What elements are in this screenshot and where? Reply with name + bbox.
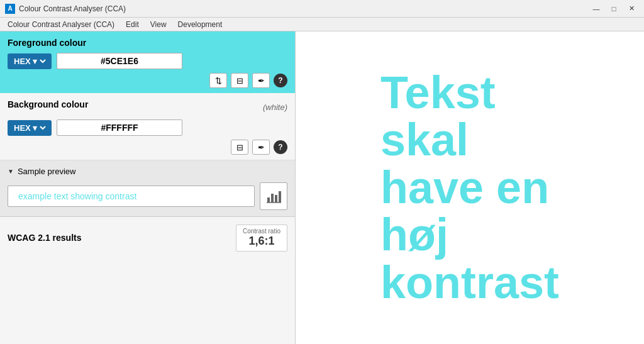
foreground-section: Foreground colour HEX ▾ RGB HSL ⇅ ⊟ ✒ ? [0, 31, 295, 93]
big-text-line1: Tekst [380, 69, 559, 117]
menu-bar: Colour Contrast Analyser (CCA) Edit View… [0, 18, 644, 31]
big-text-line2: skal [380, 116, 559, 164]
foreground-format-select[interactable]: HEX ▾ RGB HSL [11, 56, 48, 67]
sample-preview-section: ▼ Sample preview example text showing co… [0, 160, 295, 217]
menu-item-view[interactable]: View [145, 19, 172, 30]
foreground-format-selector[interactable]: HEX ▾ RGB HSL [8, 53, 52, 69]
swap-colors-button[interactable]: ⇅ [209, 73, 227, 88]
chart-button[interactable] [260, 182, 287, 210]
minimize-button[interactable]: — [589, 3, 604, 15]
wcag-section: WCAG 2.1 results Contrast ratio 1,6:1 [0, 217, 295, 259]
sample-header: ▼ Sample preview [8, 167, 287, 176]
background-title-row: Background colour (white) [8, 99, 287, 114]
background-format-selector[interactable]: HEX ▾ RGB HSL [8, 120, 52, 136]
foreground-tools-row: ⇅ ⊟ ✒ ? [8, 73, 287, 88]
background-title: Background colour [8, 99, 88, 109]
svg-rect-1 [271, 194, 274, 203]
big-text-line5: kontrast [380, 259, 559, 307]
background-color-input[interactable] [57, 119, 182, 136]
background-input-row: HEX ▾ RGB HSL [8, 119, 287, 136]
background-section: Background colour (white) HEX ▾ RGB HSL … [0, 93, 295, 160]
foreground-color-input[interactable] [57, 53, 182, 69]
svg-rect-0 [267, 197, 270, 203]
sample-preview-row: example text showing contrast [8, 182, 287, 210]
left-panel: Foreground colour HEX ▾ RGB HSL ⇅ ⊟ ✒ ? [0, 31, 296, 344]
menu-item-cca[interactable]: Colour Contrast Analyser (CCA) [3, 19, 119, 30]
chart-icon [266, 189, 281, 204]
background-help-button[interactable]: ? [274, 140, 287, 154]
background-sliders-button[interactable]: ⊟ [231, 140, 248, 155]
foreground-input-row: HEX ▾ RGB HSL [8, 53, 287, 69]
foreground-picker-button[interactable]: ✒ [252, 73, 270, 88]
big-text-line3: have en [380, 164, 559, 212]
window-controls: — □ ✕ [589, 3, 639, 15]
background-picker-button[interactable]: ✒ [252, 140, 270, 155]
background-format-select[interactable]: HEX ▾ RGB HSL [11, 123, 48, 133]
sample-preview-title: Sample preview [18, 167, 76, 176]
foreground-title: Foreground colour [8, 38, 287, 48]
collapse-icon[interactable]: ▼ [8, 168, 14, 175]
sample-text-display: example text showing contrast [8, 186, 255, 207]
menu-item-edit[interactable]: Edit [121, 19, 144, 30]
foreground-help-button[interactable]: ? [274, 74, 287, 87]
background-tools-row: ⊟ ✒ ? [8, 140, 287, 155]
background-white-label: (white) [263, 103, 287, 112]
title-bar: A Colour Contrast Analyser (CCA) — □ ✕ [0, 0, 644, 18]
svg-rect-2 [275, 195, 277, 203]
svg-rect-3 [279, 191, 281, 203]
right-panel: Tekst skal have en høj kontrast [296, 31, 644, 344]
title-bar-text: Colour Contrast Analyser (CCA) [19, 4, 585, 13]
menu-item-development[interactable]: Development [173, 19, 228, 30]
big-text-line4: høj [380, 211, 559, 259]
contrast-ratio-label: Contrast ratio [243, 228, 280, 235]
main-content: Foreground colour HEX ▾ RGB HSL ⇅ ⊟ ✒ ? [0, 31, 644, 344]
contrast-ratio-value: 1,6:1 [243, 235, 280, 248]
wcag-title: WCAG 2.1 results [8, 233, 81, 243]
close-button[interactable]: ✕ [624, 3, 639, 15]
big-preview-text: Tekst skal have en høj kontrast [380, 69, 559, 307]
foreground-sliders-button[interactable]: ⊟ [231, 73, 248, 88]
contrast-ratio-box: Contrast ratio 1,6:1 [236, 225, 287, 252]
maximize-button[interactable]: □ [606, 3, 621, 15]
app-icon: A [5, 4, 15, 14]
